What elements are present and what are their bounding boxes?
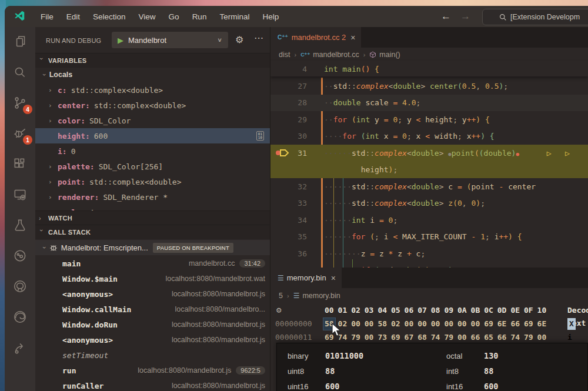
menu-edit[interactable]: Edit	[60, 10, 86, 24]
start-debug-icon[interactable]: ▶	[118, 36, 123, 45]
line-number[interactable]: 27	[270, 82, 307, 91]
code-line-30[interactable]: 30 ····for (int x = 0; x < width; x++) {	[270, 128, 588, 145]
hex-byte[interactable]: 02	[390, 318, 402, 330]
stack-frame-row[interactable]: setTimeout	[35, 347, 270, 363]
activity-edge-browser-icon[interactable]	[11, 308, 29, 326]
decoded-char[interactable]: i	[567, 332, 572, 343]
hex-byte[interactable]: 00	[363, 332, 375, 343]
hex-byte[interactable]: 69	[523, 318, 534, 330]
hex-byte[interactable]: 67	[403, 332, 415, 343]
stack-frame-row[interactable]: runCaller localhost:8080/mandelbrot.js	[35, 378, 270, 391]
variables-section-header[interactable]: › VARIABLES	[35, 53, 270, 68]
code-line-35[interactable]: 35 ······for (; i < MAX_ITER_COUNT - 1; …	[270, 229, 588, 246]
hex-byte[interactable]: 00	[416, 318, 428, 330]
hex-byte[interactable]: 65	[483, 332, 495, 343]
activity-gitlens-icon[interactable]	[11, 247, 29, 265]
hex-byte[interactable]: 00	[456, 318, 468, 330]
variable-row-i[interactable]: i: 0	[35, 143, 270, 159]
current-breakpoint-icon[interactable]	[275, 148, 289, 158]
hex-byte[interactable]: 74	[430, 332, 442, 343]
code-line-27[interactable]: 27 ··std::complex<double> center(0.5, 0.…	[270, 78, 588, 95]
menu-selection[interactable]: Selection	[86, 10, 132, 24]
hex-byte[interactable]: 00	[536, 332, 548, 343]
menu-run[interactable]: Run	[186, 10, 213, 24]
hex-byte[interactable]: 00	[403, 318, 415, 330]
sticky-scroll-line[interactable]: 4 int main() {	[270, 61, 588, 76]
hex-byte[interactable]: 68	[416, 332, 428, 343]
code-line-29[interactable]: 29 ··for (int y = 0; y < height; y++) {	[270, 111, 588, 128]
hex-byte[interactable]: 69	[483, 318, 495, 330]
activity-share-arrow-icon[interactable]	[11, 339, 29, 356]
stack-frame-row[interactable]: run localhost:8080/mandelbrot.js 9622:5	[35, 363, 270, 378]
hex-byte[interactable]: 00	[443, 318, 455, 330]
breadcrumb[interactable]: dist › C⁺⁺ mandelbrot.cc › main()	[270, 48, 588, 61]
hex-breadcrumb[interactable]: 5 › ☰ memory.bin	[270, 289, 588, 302]
back-arrow-icon[interactable]: ←	[441, 11, 451, 22]
close-icon[interactable]: ×	[331, 273, 336, 283]
hex-byte[interactable]: 74	[509, 332, 521, 343]
stack-frame-row[interactable]: Window.doRun localhost:8080/mandelbrot.j…	[35, 317, 270, 332]
code-line-33[interactable]: 33 ······std::complex<double> z(0, 0);	[270, 195, 588, 212]
variable-row-c[interactable]: › c: std::complex<double>	[35, 82, 270, 98]
line-number[interactable]: 28	[270, 98, 307, 107]
stack-frame-row[interactable]: main mandelbrot.cc 31:42	[35, 256, 270, 271]
launch-config-dropdown[interactable]: ▶ Mandelbrot ∨	[112, 32, 228, 48]
line-number[interactable]: 30	[270, 132, 307, 141]
hex-byte[interactable]: 00	[470, 318, 482, 330]
variable-row-point[interactable]: › point: std::complex<double>	[35, 174, 270, 189]
hex-byte[interactable]: 00	[350, 318, 362, 330]
code-line-37[interactable]: 37 ········if (std::abs(z) > 2)	[270, 262, 588, 268]
stack-frame-row[interactable]: <anonymous> localhost:8080/mandelbrot.js	[35, 332, 270, 347]
activity-github-icon[interactable]	[11, 278, 29, 295]
menu-view[interactable]: View	[132, 10, 162, 24]
code-line-36[interactable]: 36 ········z = z * z + c;	[270, 245, 588, 262]
activity-remote-window-icon[interactable]	[11, 186, 29, 203]
line-number[interactable]: 34	[270, 216, 307, 225]
code-line-32[interactable]: 32 ······std::complex<double> c = (point…	[270, 178, 588, 195]
tab-mandelbrot-cc[interactable]: C⁺⁺ mandelbrot.cc 2 ×	[270, 27, 361, 48]
binary-view-icon[interactable]: 0110	[256, 131, 264, 141]
hex-byte[interactable]: 69	[390, 332, 402, 343]
variable-row-center[interactable]: › center: std::complex<double>	[35, 98, 270, 113]
hex-byte[interactable]: 79	[523, 332, 534, 343]
tab-memory-bin[interactable]: ☰ memory.bin ×	[270, 268, 342, 288]
decoded-char[interactable]: X	[567, 318, 576, 330]
hex-byte[interactable]: 58	[376, 318, 388, 330]
watch-section-header[interactable]: › WATCH	[35, 210, 270, 225]
debug-settings-gear-icon[interactable]: ⚙	[235, 34, 243, 45]
hex-byte[interactable]: 00	[363, 318, 375, 330]
stack-frame-row[interactable]: <anonymous> localhost:8080/mandelbrot.js	[35, 286, 270, 302]
activity-explorer-icon[interactable]	[11, 33, 29, 51]
hex-byte[interactable]: 79	[350, 332, 362, 343]
hex-byte[interactable]: 6E	[536, 318, 548, 330]
line-number[interactable]: 32	[270, 182, 307, 191]
variable-row-height[interactable]: height: 600 0110	[35, 128, 270, 143]
hex-byte[interactable]: 66	[470, 332, 482, 343]
activity-extensions-icon[interactable]	[11, 155, 29, 173]
activity-source-control-icon[interactable]: 4	[11, 94, 29, 112]
call-stack-section-header[interactable]: › CALL STACK	[35, 225, 270, 239]
activity-run-debug-icon[interactable]: 1	[11, 125, 29, 142]
hex-byte[interactable]: 00	[456, 332, 468, 343]
line-number[interactable]: 36	[270, 249, 307, 258]
stack-frame-row[interactable]: Window.$main localhost:8080/mandelbrot.w…	[35, 271, 270, 286]
activity-testing-beaker-icon[interactable]	[11, 216, 29, 234]
hex-byte[interactable]: 73	[376, 332, 388, 343]
stack-frame-row[interactable]: Window.callMain localhost:8080/mandelbro…	[35, 302, 270, 317]
code-line-wrap[interactable]: height);	[270, 162, 588, 179]
hex-byte[interactable]: 66	[509, 318, 521, 330]
code-line-28[interactable]: 28 ··double scale = 4.0;	[270, 95, 588, 112]
forward-arrow-icon[interactable]: →	[460, 11, 470, 22]
menu-help[interactable]: Help	[256, 10, 285, 24]
variable-row-palette[interactable]: › palette: SDL_Color[256]	[35, 159, 270, 174]
variable-row-renderer[interactable]: › renderer: SDL_Renderer *	[35, 189, 270, 205]
hex-settings-gear-icon[interactable]: ⚙	[276, 305, 281, 315]
variable-row-scale[interactable]: › scale: 4	[35, 205, 270, 210]
code-line-34[interactable]: 34 ······int i = 0;	[270, 212, 588, 229]
more-actions-icon[interactable]: ⋯	[254, 32, 264, 44]
hex-byte[interactable]: 66	[496, 332, 508, 343]
hex-byte[interactable]: 00	[430, 318, 442, 330]
line-number[interactable]: 35	[270, 232, 307, 241]
hex-byte[interactable]: 79	[443, 332, 455, 343]
code-editor[interactable]: C⁺⁺ mandelbrot.cc 2 × dist › C⁺⁺ mandelb…	[270, 27, 588, 268]
